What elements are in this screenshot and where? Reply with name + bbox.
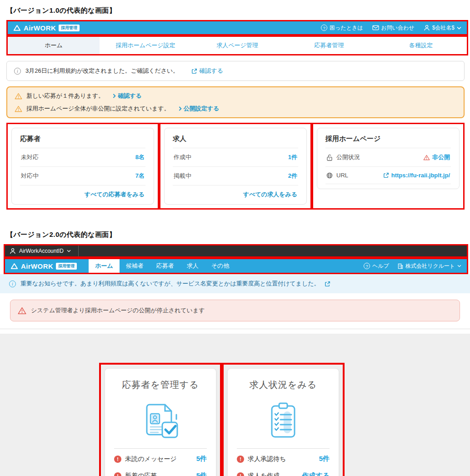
- view-all-applicants-link[interactable]: すべての応募者をみる: [85, 190, 145, 199]
- v1-header-bar: AirWORK 採用管理 ? 困ったときは お問い合わせ $会社名$: [8, 21, 467, 34]
- row-value[interactable]: 5件: [196, 471, 207, 476]
- nav-candidates[interactable]: 候補者: [120, 259, 150, 273]
- v1-summary-cards: 応募者 未対応 8名 対応中 7名 すべての応募者をみる 求人 作成中 1件 掲…: [6, 123, 470, 210]
- user-icon: [424, 25, 430, 31]
- v1-alert-box: 新しい応募が１件あります。 確認する 採用ホームページ全体が非公開に設定されてい…: [6, 86, 465, 118]
- building-icon: [397, 263, 403, 269]
- triangle-logo-icon: [13, 25, 21, 31]
- nav-applicants[interactable]: 応募者: [150, 259, 180, 273]
- row-value: https://fu-raii.jbplt.jp/: [391, 172, 450, 179]
- jobs-card: 求人 作成中 1件 掲載中 2件 すべての求人をみる: [164, 128, 307, 205]
- v1-notice-text: 3月26日に利用規約が改定されました。ご確認ください。: [25, 67, 179, 75]
- card-title: 応募者を管理する: [114, 379, 207, 391]
- warning-icon: [15, 93, 22, 100]
- company-menu[interactable]: 株式会社リクルート: [397, 262, 461, 270]
- row-label: 作成中: [174, 153, 191, 161]
- question-icon: ?: [321, 25, 327, 31]
- warning-red-icon: [423, 155, 430, 160]
- help-link[interactable]: ? 困ったときは: [321, 24, 363, 32]
- section-divider: [0, 329, 470, 329]
- triangle-logo-icon: [10, 263, 18, 270]
- tab-home[interactable]: ホーム: [8, 37, 100, 54]
- user-icon: [10, 248, 16, 254]
- tab-homepage-settings[interactable]: 採用ホームページ設定: [100, 37, 191, 54]
- row-value: 非公開: [432, 153, 450, 161]
- manage-applicants-card[interactable]: 応募者を管理する !: [105, 368, 216, 476]
- row-label: 求人承認待ち: [248, 455, 315, 463]
- alert-publish-settings-link[interactable]: 公開設定する: [179, 105, 220, 113]
- warning-icon: [15, 105, 22, 112]
- row-label: URL: [336, 172, 348, 179]
- card-row-published: 掲載中 2件: [173, 167, 298, 185]
- row-value[interactable]: 1件: [288, 153, 297, 161]
- homepage-url-link[interactable]: https://fu-raii.jbplt.jp/: [383, 172, 450, 179]
- row-value[interactable]: 8名: [135, 153, 145, 161]
- row-value[interactable]: 2件: [288, 172, 297, 180]
- v2-dashboard-area: 応募者を管理する !: [0, 334, 470, 476]
- tab-applicant-management[interactable]: 応募者管理: [283, 37, 375, 54]
- alert-site-private: 採用ホームページ全体が非公開に設定されています。 公開設定する: [15, 105, 456, 113]
- tab-settings[interactable]: 各種設定: [375, 37, 467, 54]
- row-value[interactable]: 5件: [196, 455, 207, 463]
- tab-job-pages[interactable]: 求人ページ管理: [191, 37, 283, 54]
- v2-section-title: 【バージョン2.0の代表的な画面】: [6, 230, 470, 239]
- airwork-logo: AirWORK 採用管理: [10, 262, 77, 270]
- account-menu[interactable]: $会社名$: [424, 24, 461, 32]
- contact-link[interactable]: お問い合わせ: [372, 24, 415, 32]
- card-row-unread-messages: ! 未読のメッセージ 5件: [114, 451, 207, 467]
- help-link[interactable]: ? ヘルプ: [364, 262, 389, 270]
- logo-text: AirWORK: [24, 24, 56, 32]
- row-label: 未対応: [21, 153, 39, 161]
- row-label: 掲載中: [174, 172, 191, 180]
- confirm-link-label: 確認する: [199, 67, 223, 75]
- applicants-card: 応募者 未対応 8名 対応中 7名 すべての応募者をみる: [11, 128, 154, 205]
- globe-icon: [326, 172, 333, 179]
- external-link-icon: [383, 172, 389, 178]
- company-label: 株式会社リクルート: [405, 262, 455, 270]
- help-label: 困ったときは: [330, 24, 363, 32]
- row-value[interactable]: 作成する: [302, 471, 330, 476]
- applicant-document-icon: [137, 397, 184, 445]
- card-row-pending-approval: ! 求人承認待ち 5件: [237, 451, 330, 467]
- card-title: 求人状況をみる: [237, 379, 330, 391]
- view-all-jobs-link[interactable]: すべての求人をみる: [243, 190, 297, 199]
- card-row-new-applications: ! 新着の応募 5件: [114, 467, 207, 476]
- row-label: 新着の応募: [125, 472, 193, 476]
- lock-open-icon: [326, 154, 333, 161]
- homepage-card-annotation: 採用ホームページ 公開状況 非公開 URL https://fu: [312, 123, 465, 210]
- nav-jobs[interactable]: 求人: [180, 259, 205, 273]
- row-value[interactable]: 7名: [135, 172, 145, 180]
- job-status-card[interactable]: 求人状況をみる ! 求人承認待ち: [227, 368, 339, 476]
- v2-alert-text: システム管理者より採用ホームページの公開が停止されています: [31, 306, 205, 315]
- v1-tabs-annotation: ホーム 採用ホームページ設定 求人ページ管理 応募者管理 各種設定: [6, 35, 468, 55]
- v1-notice-confirm-link[interactable]: 確認する: [191, 67, 223, 75]
- chevron-down-icon: [67, 250, 71, 252]
- v1-tab-bar: ホーム 採用ホームページ設定 求人ページ管理 応募者管理 各種設定: [8, 37, 467, 54]
- chevron-right-icon: [179, 106, 182, 111]
- logo-badge: 採用管理: [59, 25, 80, 31]
- account-id-menu[interactable]: AirWorkAccountID: [10, 246, 79, 256]
- airwork-logo: AirWORK 採用管理: [13, 24, 80, 32]
- mail-icon: [372, 25, 379, 30]
- card-separator: [114, 448, 207, 449]
- nav-home[interactable]: ホーム: [89, 259, 120, 273]
- v1-notice-banner: i 3月26日に利用規約が改定されました。ご確認ください。 確認する: [6, 61, 465, 81]
- job-status-card-annotation: 求人状況をみる ! 求人承認待ち: [222, 363, 345, 476]
- card-title: 採用ホームページ: [325, 134, 451, 148]
- v2-nav: ホーム 候補者 応募者 求人 その他: [89, 259, 235, 273]
- row-value[interactable]: 5件: [319, 455, 330, 463]
- row-label: 未読のメッセージ: [125, 455, 193, 463]
- homepage-card: 採用ホームページ 公開状況 非公開 URL https://fu: [317, 128, 460, 189]
- publish-status-value[interactable]: 非公開: [423, 153, 450, 161]
- exclamation-badge-icon: !: [237, 472, 244, 476]
- alert-new-application: 新しい応募が１件あります。 確認する: [15, 92, 456, 100]
- alert-text: 新しい応募が１件あります。: [26, 92, 104, 100]
- alert-link-label: 確認する: [118, 92, 142, 100]
- applicants-card-annotation: 応募者 未対応 8名 対応中 7名 すべての応募者をみる: [6, 123, 159, 210]
- alert-confirm-link[interactable]: 確認する: [113, 92, 142, 100]
- job-list-clipboard-icon: [260, 397, 307, 445]
- logo-badge: 採用管理: [56, 263, 77, 270]
- contact-label: お問い合わせ: [381, 24, 415, 32]
- external-link-icon[interactable]: [325, 281, 330, 287]
- nav-others[interactable]: その他: [205, 259, 236, 273]
